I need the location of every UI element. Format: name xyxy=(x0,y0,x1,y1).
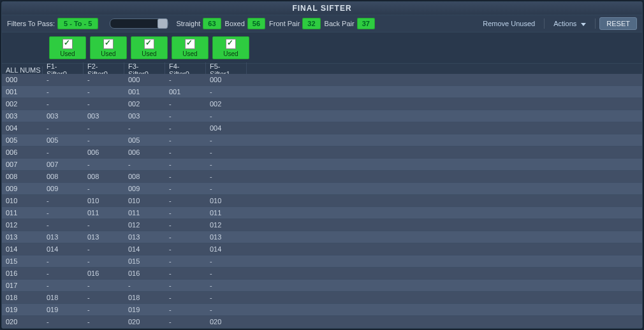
cell-allnums: 013 xyxy=(2,233,43,241)
table-row[interactable]: 013013013013-013 xyxy=(2,231,642,243)
cell-value: - xyxy=(165,245,206,253)
cell-value: 006 xyxy=(124,148,165,156)
cell-value: 018 xyxy=(124,294,165,301)
table-row[interactable]: 017----- xyxy=(2,280,642,292)
straight-value: 63 xyxy=(203,18,221,29)
table-row[interactable]: 016-016016-- xyxy=(2,268,642,280)
table-row[interactable]: 003003003003-- xyxy=(2,110,642,122)
cell-value: - xyxy=(43,76,84,83)
range-slider[interactable] xyxy=(110,18,168,29)
table-row[interactable]: 008008008008-- xyxy=(2,171,642,183)
cell-value: - xyxy=(43,100,84,108)
cell-value: - xyxy=(165,173,206,180)
cell-value: - xyxy=(124,124,165,132)
cell-value: 013 xyxy=(43,233,84,241)
cell-value: - xyxy=(165,100,206,108)
table-row[interactable]: 019019-019-- xyxy=(2,304,642,316)
actions-dropdown[interactable]: Actions xyxy=(548,17,591,30)
cell-value: - xyxy=(84,100,124,108)
table-row[interactable]: 015--015-- xyxy=(2,255,642,268)
table-row[interactable]: 004----004 xyxy=(2,122,642,134)
cell-value: 000 xyxy=(124,76,165,83)
table-row[interactable]: 014014-014-014 xyxy=(2,243,642,255)
checkbox-icon[interactable] xyxy=(103,39,113,49)
backpair-value: 37 xyxy=(357,18,375,29)
boxed-label: Boxed xyxy=(225,20,245,27)
table-row[interactable]: 000--000-000 xyxy=(2,74,642,86)
cell-value: 020 xyxy=(206,318,247,326)
cell-value: - xyxy=(165,197,206,204)
table-row[interactable]: 005005-005-- xyxy=(2,134,642,147)
cell-value: 002 xyxy=(206,100,247,108)
cell-value: - xyxy=(165,306,206,313)
filter-chip-3[interactable]: Used xyxy=(131,36,168,59)
cell-value: - xyxy=(43,318,84,326)
cell-value: 010 xyxy=(124,197,165,204)
cell-value: - xyxy=(206,306,247,313)
toolbar-divider xyxy=(544,18,545,29)
cell-value: - xyxy=(206,185,247,192)
cell-allnums: 012 xyxy=(2,221,43,229)
filters-range[interactable]: 5 - To - 5 xyxy=(57,18,98,29)
frontpair-label: Front Pair xyxy=(269,20,300,27)
checkbox-icon[interactable] xyxy=(144,39,154,49)
actions-label: Actions xyxy=(553,20,576,27)
final-sifter-panel: FINAL SIFTER Filters To Pass: 5 - To - 5… xyxy=(1,1,643,329)
cell-value: 012 xyxy=(124,221,165,229)
cell-value: 009 xyxy=(43,185,84,192)
cell-value: - xyxy=(206,88,247,96)
table-row[interactable]: 011-011011-011 xyxy=(2,207,642,219)
straight-label: Straight xyxy=(176,20,200,27)
checkbox-icon[interactable] xyxy=(185,39,195,49)
table-row[interactable]: 006-006006-- xyxy=(2,147,642,159)
cell-value: 003 xyxy=(43,112,84,120)
table-row[interactable]: 001--001001- xyxy=(2,86,642,98)
table-row[interactable]: 007007---- xyxy=(2,159,642,171)
cell-value: - xyxy=(84,294,124,301)
chevron-down-icon xyxy=(581,23,586,26)
cell-value: 012 xyxy=(206,221,247,229)
chip-label: Used xyxy=(213,50,249,57)
reset-button[interactable]: RESET xyxy=(599,17,637,30)
cell-value: - xyxy=(165,161,206,168)
cell-value: - xyxy=(84,257,124,265)
cell-value: - xyxy=(165,112,206,120)
cell-value: - xyxy=(84,221,124,229)
cell-value: - xyxy=(84,318,124,326)
cell-value: 013 xyxy=(206,233,247,241)
table-row[interactable]: 018018-018-- xyxy=(2,292,642,304)
cell-value: 016 xyxy=(84,269,124,277)
checkbox-icon[interactable] xyxy=(62,39,73,49)
cell-allnums: 018 xyxy=(2,294,43,301)
cell-value: 008 xyxy=(124,173,165,180)
table-row[interactable]: 002--002-002 xyxy=(2,98,642,110)
chip-label: Used xyxy=(131,50,167,57)
filter-used-row: UsedUsedUsedUsedUsed xyxy=(2,32,642,64)
filter-chip-5[interactable]: Used xyxy=(212,36,249,59)
col-allnums[interactable]: ALL NUMS xyxy=(2,66,43,74)
cell-value: - xyxy=(206,257,247,265)
cell-value: - xyxy=(43,88,84,96)
cell-value: 013 xyxy=(84,233,124,241)
backpair-label: Back Pair xyxy=(325,20,355,27)
filter-chip-4[interactable]: Used xyxy=(172,36,209,59)
slider-knob[interactable] xyxy=(157,18,168,29)
cell-value: 016 xyxy=(124,269,165,277)
table-row[interactable]: 009009-009-- xyxy=(2,183,642,195)
table-body[interactable]: 000--000-000001--001001-002--002-0020030… xyxy=(2,74,642,328)
checkbox-icon[interactable] xyxy=(226,39,236,49)
filter-chip-1[interactable]: Used xyxy=(49,36,86,59)
cell-value: - xyxy=(43,197,84,204)
filter-chip-2[interactable]: Used xyxy=(90,36,127,59)
cell-value: - xyxy=(43,282,84,289)
table-row[interactable]: 010-010010-010 xyxy=(2,195,642,207)
cell-value: - xyxy=(43,209,84,217)
cell-value: - xyxy=(165,294,206,301)
cell-value: - xyxy=(206,294,247,301)
remove-unused-button[interactable]: Remove Unused xyxy=(478,17,540,30)
cell-value: 011 xyxy=(124,209,165,217)
table-row[interactable]: 012--012-012 xyxy=(2,219,642,231)
cell-value: - xyxy=(165,136,206,144)
chip-label: Used xyxy=(172,50,208,57)
table-row[interactable]: 020--020-020 xyxy=(2,316,642,328)
